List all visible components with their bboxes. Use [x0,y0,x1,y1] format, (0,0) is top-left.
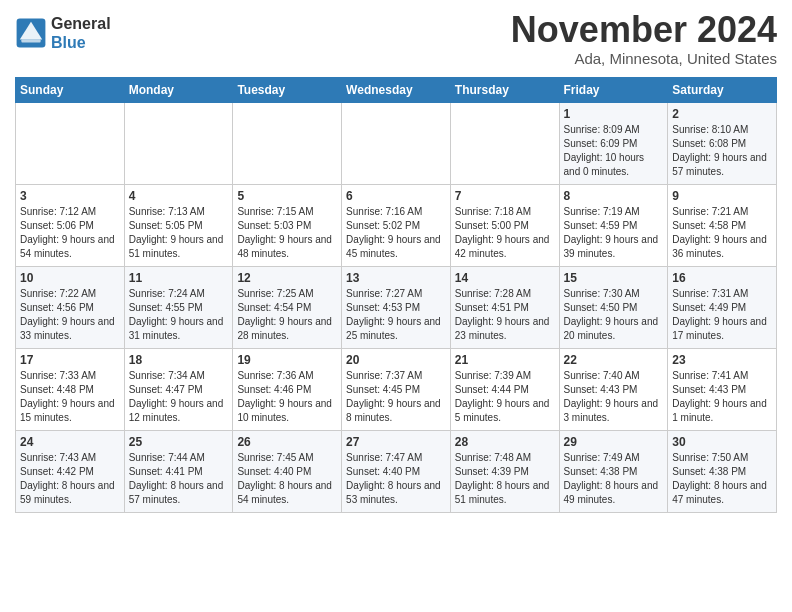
calendar-cell: 13Sunrise: 7:27 AM Sunset: 4:53 PM Dayli… [342,266,451,348]
calendar-cell: 17Sunrise: 7:33 AM Sunset: 4:48 PM Dayli… [16,348,125,430]
header-row: SundayMondayTuesdayWednesdayThursdayFrid… [16,77,777,102]
day-number: 18 [129,353,229,367]
calendar-cell: 4Sunrise: 7:13 AM Sunset: 5:05 PM Daylig… [124,184,233,266]
calendar-cell: 22Sunrise: 7:40 AM Sunset: 4:43 PM Dayli… [559,348,668,430]
calendar-cell: 1Sunrise: 8:09 AM Sunset: 6:09 PM Daylig… [559,102,668,184]
day-number: 13 [346,271,446,285]
header: General Blue November 2024 Ada, Minnesot… [15,10,777,67]
day-detail: Sunrise: 7:21 AM Sunset: 4:58 PM Dayligh… [672,205,772,261]
day-number: 30 [672,435,772,449]
day-detail: Sunrise: 7:25 AM Sunset: 4:54 PM Dayligh… [237,287,337,343]
day-detail: Sunrise: 7:37 AM Sunset: 4:45 PM Dayligh… [346,369,446,425]
calendar-cell: 20Sunrise: 7:37 AM Sunset: 4:45 PM Dayli… [342,348,451,430]
day-number: 29 [564,435,664,449]
header-day-tuesday: Tuesday [233,77,342,102]
day-detail: Sunrise: 7:15 AM Sunset: 5:03 PM Dayligh… [237,205,337,261]
day-detail: Sunrise: 8:10 AM Sunset: 6:08 PM Dayligh… [672,123,772,179]
calendar-cell: 26Sunrise: 7:45 AM Sunset: 4:40 PM Dayli… [233,430,342,512]
day-detail: Sunrise: 7:27 AM Sunset: 4:53 PM Dayligh… [346,287,446,343]
title-section: November 2024 Ada, Minnesota, United Sta… [511,10,777,67]
calendar-cell [233,102,342,184]
day-detail: Sunrise: 7:43 AM Sunset: 4:42 PM Dayligh… [20,451,120,507]
day-number: 5 [237,189,337,203]
day-detail: Sunrise: 7:33 AM Sunset: 4:48 PM Dayligh… [20,369,120,425]
header-day-saturday: Saturday [668,77,777,102]
calendar-cell [342,102,451,184]
month-title: November 2024 [511,10,777,50]
day-number: 15 [564,271,664,285]
calendar-cell: 24Sunrise: 7:43 AM Sunset: 4:42 PM Dayli… [16,430,125,512]
calendar-header: SundayMondayTuesdayWednesdayThursdayFrid… [16,77,777,102]
day-number: 20 [346,353,446,367]
logo: General Blue [15,14,111,52]
day-detail: Sunrise: 7:40 AM Sunset: 4:43 PM Dayligh… [564,369,664,425]
day-number: 11 [129,271,229,285]
calendar-cell: 28Sunrise: 7:48 AM Sunset: 4:39 PM Dayli… [450,430,559,512]
calendar-cell: 19Sunrise: 7:36 AM Sunset: 4:46 PM Dayli… [233,348,342,430]
day-number: 24 [20,435,120,449]
day-number: 16 [672,271,772,285]
day-number: 27 [346,435,446,449]
day-number: 4 [129,189,229,203]
day-number: 7 [455,189,555,203]
day-detail: Sunrise: 7:41 AM Sunset: 4:43 PM Dayligh… [672,369,772,425]
logo-text: General Blue [51,14,111,52]
calendar-cell: 9Sunrise: 7:21 AM Sunset: 4:58 PM Daylig… [668,184,777,266]
day-number: 19 [237,353,337,367]
calendar-table: SundayMondayTuesdayWednesdayThursdayFrid… [15,77,777,513]
calendar-cell: 12Sunrise: 7:25 AM Sunset: 4:54 PM Dayli… [233,266,342,348]
calendar-cell: 2Sunrise: 8:10 AM Sunset: 6:08 PM Daylig… [668,102,777,184]
week-row-5: 24Sunrise: 7:43 AM Sunset: 4:42 PM Dayli… [16,430,777,512]
logo-icon [15,17,47,49]
calendar-cell: 16Sunrise: 7:31 AM Sunset: 4:49 PM Dayli… [668,266,777,348]
calendar-body: 1Sunrise: 8:09 AM Sunset: 6:09 PM Daylig… [16,102,777,512]
day-number: 17 [20,353,120,367]
day-number: 14 [455,271,555,285]
calendar-cell [450,102,559,184]
day-number: 28 [455,435,555,449]
day-number: 10 [20,271,120,285]
header-day-wednesday: Wednesday [342,77,451,102]
calendar-cell: 8Sunrise: 7:19 AM Sunset: 4:59 PM Daylig… [559,184,668,266]
week-row-2: 3Sunrise: 7:12 AM Sunset: 5:06 PM Daylig… [16,184,777,266]
day-number: 26 [237,435,337,449]
day-number: 22 [564,353,664,367]
day-number: 9 [672,189,772,203]
week-row-3: 10Sunrise: 7:22 AM Sunset: 4:56 PM Dayli… [16,266,777,348]
day-detail: Sunrise: 7:39 AM Sunset: 4:44 PM Dayligh… [455,369,555,425]
day-detail: Sunrise: 7:18 AM Sunset: 5:00 PM Dayligh… [455,205,555,261]
day-number: 25 [129,435,229,449]
calendar-cell: 21Sunrise: 7:39 AM Sunset: 4:44 PM Dayli… [450,348,559,430]
header-day-sunday: Sunday [16,77,125,102]
header-day-monday: Monday [124,77,233,102]
calendar-cell: 5Sunrise: 7:15 AM Sunset: 5:03 PM Daylig… [233,184,342,266]
day-number: 2 [672,107,772,121]
day-detail: Sunrise: 7:16 AM Sunset: 5:02 PM Dayligh… [346,205,446,261]
day-detail: Sunrise: 7:45 AM Sunset: 4:40 PM Dayligh… [237,451,337,507]
header-day-friday: Friday [559,77,668,102]
header-day-thursday: Thursday [450,77,559,102]
day-detail: Sunrise: 8:09 AM Sunset: 6:09 PM Dayligh… [564,123,664,179]
calendar-cell: 6Sunrise: 7:16 AM Sunset: 5:02 PM Daylig… [342,184,451,266]
calendar-cell [16,102,125,184]
day-number: 8 [564,189,664,203]
day-detail: Sunrise: 7:47 AM Sunset: 4:40 PM Dayligh… [346,451,446,507]
day-number: 6 [346,189,446,203]
calendar-cell: 30Sunrise: 7:50 AM Sunset: 4:38 PM Dayli… [668,430,777,512]
week-row-1: 1Sunrise: 8:09 AM Sunset: 6:09 PM Daylig… [16,102,777,184]
week-row-4: 17Sunrise: 7:33 AM Sunset: 4:48 PM Dayli… [16,348,777,430]
day-detail: Sunrise: 7:24 AM Sunset: 4:55 PM Dayligh… [129,287,229,343]
day-number: 21 [455,353,555,367]
day-number: 23 [672,353,772,367]
day-detail: Sunrise: 7:44 AM Sunset: 4:41 PM Dayligh… [129,451,229,507]
day-detail: Sunrise: 7:13 AM Sunset: 5:05 PM Dayligh… [129,205,229,261]
calendar-cell: 27Sunrise: 7:47 AM Sunset: 4:40 PM Dayli… [342,430,451,512]
day-detail: Sunrise: 7:19 AM Sunset: 4:59 PM Dayligh… [564,205,664,261]
calendar-cell: 10Sunrise: 7:22 AM Sunset: 4:56 PM Dayli… [16,266,125,348]
calendar-cell: 25Sunrise: 7:44 AM Sunset: 4:41 PM Dayli… [124,430,233,512]
day-number: 12 [237,271,337,285]
calendar-cell [124,102,233,184]
calendar-cell: 29Sunrise: 7:49 AM Sunset: 4:38 PM Dayli… [559,430,668,512]
day-detail: Sunrise: 7:12 AM Sunset: 5:06 PM Dayligh… [20,205,120,261]
day-detail: Sunrise: 7:48 AM Sunset: 4:39 PM Dayligh… [455,451,555,507]
